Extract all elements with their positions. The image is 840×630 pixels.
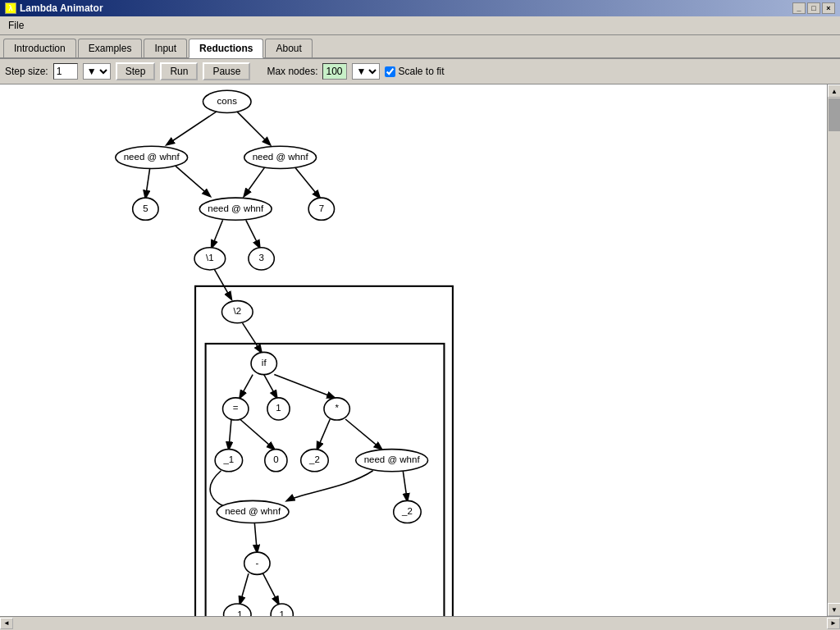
tab-examples[interactable]: Examples	[78, 39, 143, 57]
node-nwhnf4: need @ whnf	[356, 450, 428, 472]
node-5: 5	[133, 198, 158, 220]
node-7: 7	[308, 198, 334, 220]
title-bar: λ Lambda Animator _ □ ×	[0, 0, 840, 16]
tab-input[interactable]: Input	[144, 39, 187, 57]
max-nodes-label: Max nodes:	[267, 66, 317, 77]
svg-text:need @ whnf: need @ whnf	[225, 506, 281, 516]
node-m1a: _1	[215, 450, 242, 472]
edge-nwhnf2-nwhnf3	[244, 166, 266, 196]
edge-nwhnf1-nwhnf3	[176, 166, 210, 196]
edge-nwhnf3-l1	[212, 220, 223, 247]
svg-text:*: *	[335, 403, 339, 413]
tab-reductions[interactable]: Reductions	[189, 39, 263, 58]
edge-nwhnf1-5	[145, 169, 149, 199]
graph-svg: cons need @ whnf need @ whnf 5 need @ wh…	[0, 84, 574, 616]
svg-text:-: -	[255, 558, 258, 568]
svg-text:\2: \2	[234, 306, 242, 316]
svg-text:_1: _1	[231, 609, 243, 616]
node-m2a: _2	[301, 450, 328, 472]
scroll-track	[828, 98, 840, 603]
node-star: *	[324, 398, 349, 420]
node-lambda2: \2	[221, 301, 253, 323]
scroll-down-button[interactable]: ▼	[828, 603, 840, 616]
svg-text:cons: cons	[217, 96, 238, 106]
step-size-input[interactable]	[53, 63, 78, 80]
node-nwhnf5: need @ whnf	[217, 500, 289, 523]
scroll-left-button[interactable]: ◄	[0, 618, 13, 629]
node-nwhnf3: need @ whnf	[199, 198, 272, 220]
tab-introduction[interactable]: Introduction	[3, 39, 76, 57]
scroll-right-button[interactable]: ►	[827, 618, 840, 629]
pause-button[interactable]: Pause	[203, 62, 250, 80]
svg-text:_2: _2	[401, 506, 413, 516]
step-size-select[interactable]: ▼	[83, 63, 111, 80]
max-nodes-select[interactable]: ▼	[352, 63, 380, 80]
svg-text:if: if	[262, 358, 267, 368]
svg-text:_1: _1	[222, 454, 234, 464]
step-size-label: Step size:	[5, 66, 48, 77]
max-nodes-input[interactable]	[322, 63, 347, 80]
node-cons: cons	[203, 90, 251, 112]
maximize-button[interactable]: □	[807, 2, 820, 14]
edge-cons-nwhnf2	[235, 110, 270, 144]
svg-text:1: 1	[276, 403, 281, 413]
file-menu[interactable]: File	[3, 18, 29, 33]
node-if: if	[251, 352, 276, 374]
horizontal-scrollbar[interactable]: ◄ ►	[0, 616, 840, 629]
menu-bar: File	[0, 16, 840, 35]
node-nwhnf1: need @ whnf	[116, 146, 188, 168]
inner-box	[206, 344, 445, 616]
edge-nwhnf3-3	[246, 220, 260, 247]
minimize-button[interactable]: _	[792, 2, 806, 14]
tab-bar: Introduction Examples Input Reductions A…	[0, 35, 840, 59]
close-button[interactable]: ×	[822, 2, 835, 14]
canvas-area: cons need @ whnf need @ whnf 5 need @ wh…	[0, 84, 827, 616]
svg-text:need @ whnf: need @ whnf	[124, 152, 180, 162]
app-title: Lambda Animator	[20, 2, 103, 14]
node-0: 0	[265, 450, 287, 472]
svg-text:1: 1	[280, 609, 285, 616]
node-eq: =	[223, 398, 249, 420]
node-1a: 1	[267, 398, 290, 420]
svg-text:0: 0	[273, 454, 278, 464]
svg-text:need @ whnf: need @ whnf	[364, 454, 421, 464]
edge-nwhnf2-7	[294, 166, 319, 198]
scroll-up-button[interactable]: ▲	[828, 84, 840, 98]
app-icon: λ	[5, 2, 16, 14]
toolbar: Step size: ▼ Step Run Pause Max nodes: ▼…	[0, 59, 840, 84]
svg-text:need @ whnf: need @ whnf	[253, 152, 309, 162]
tab-about[interactable]: About	[265, 39, 312, 57]
node-m2b: _2	[394, 500, 421, 523]
node-lambda1: \1	[194, 248, 226, 270]
svg-text:need @ whnf: need @ whnf	[208, 203, 264, 213]
node-3: 3	[249, 248, 274, 270]
svg-text:\1: \1	[206, 253, 214, 262]
vertical-scrollbar[interactable]: ▲ ▼	[827, 84, 840, 616]
scale-to-fit-checkbox[interactable]	[385, 66, 395, 77]
node-minus: -	[244, 552, 270, 574]
scroll-thumb[interactable]	[829, 98, 840, 131]
svg-text:7: 7	[319, 203, 324, 213]
svg-text:3: 3	[258, 253, 263, 262]
node-nwhnf2: need @ whnf	[244, 146, 317, 168]
run-button[interactable]: Run	[160, 62, 198, 80]
step-button[interactable]: Step	[116, 62, 156, 80]
svg-text:5: 5	[143, 203, 148, 213]
svg-text:_2: _2	[308, 454, 320, 464]
scale-to-fit-label: Scale to fit	[398, 66, 444, 77]
svg-text:=: =	[233, 403, 239, 413]
edge-cons-nwhnf1	[167, 110, 219, 144]
